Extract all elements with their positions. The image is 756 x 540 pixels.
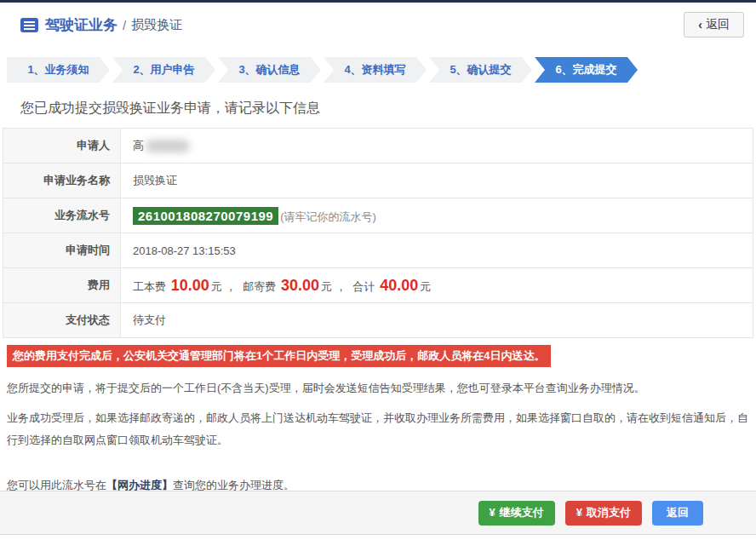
apply-time-value: 2018-08-27 13:15:53: [121, 233, 753, 268]
fee-unit2: 元: [321, 280, 332, 293]
table-row-pay-status: 支付状态 待支付: [3, 303, 753, 338]
pay-status-value: 待支付: [121, 303, 753, 338]
table-row-applicant: 申请人 高: [3, 129, 753, 164]
success-message: 您已成功提交损毁换证业务申请，请记录以下信息: [20, 100, 756, 118]
footer-action-bar: ¥继续支付 ¥取消支付 返回: [0, 491, 756, 535]
progress-text-suffix: 查询您的业务办理进度。: [173, 479, 295, 491]
notice-paragraph-1: 您所提交的申请，将于提交后的一个工作日(不含当天)受理，届时会发送短信告知受理结…: [7, 377, 749, 399]
step-2-user-declaration[interactable]: 2、用户申告: [112, 57, 215, 83]
applicant-value: 高: [121, 129, 753, 164]
fee-separator1: ，: [226, 280, 237, 293]
table-row-business-name: 申请业务名称 损毁换证: [3, 164, 753, 198]
wizard-steps: 1、业务须知 2、用户申告 3、确认信息 4、资料填写 5、确认提交 6、完成提…: [7, 57, 756, 83]
redacted-name-blur: [146, 140, 190, 152]
fee-value-cell: 工本费 10.00元， 邮寄费 30.00元， 合计 40.00元: [121, 268, 753, 303]
breadcrumb-current: 损毁换证: [131, 17, 182, 33]
progress-menu-reference: 【网办进度】: [106, 479, 173, 491]
apply-time-label: 申请时间: [3, 233, 121, 268]
step-4-fill-data[interactable]: 4、资料填写: [324, 57, 427, 83]
business-name-value: 损毁换证: [121, 164, 753, 198]
table-row-fee: 费用 工本费 10.00元， 邮寄费 30.00元， 合计 40.00元: [3, 268, 753, 303]
cancel-payment-button[interactable]: ¥取消支付: [565, 501, 642, 526]
continue-payment-button[interactable]: ¥继续支付: [478, 501, 555, 526]
back-button[interactable]: ‹返回: [684, 12, 744, 37]
fee-item1-amount: 10.00: [171, 277, 209, 294]
document-list-icon: [20, 18, 38, 32]
step-5-confirm-submit[interactable]: 5、确认提交: [429, 57, 532, 83]
fee-separator2: ，: [335, 280, 346, 293]
return-button-label: 返回: [667, 506, 689, 519]
serial-number-badge: 261001808270079199: [133, 207, 278, 225]
serial-note: (请牢记你的流水号): [280, 210, 376, 223]
step-6-complete-submit[interactable]: 6、完成提交: [535, 57, 638, 83]
yen-icon: ¥: [490, 506, 495, 519]
fee-total-amount: 40.00: [380, 277, 418, 294]
fee-item1-label: 工本费: [133, 280, 166, 293]
breadcrumb-category: 驾驶证业务: [45, 15, 117, 35]
back-button-label: 返回: [706, 17, 730, 32]
fee-unit3: 元: [420, 280, 431, 293]
table-row-serial: 业务流水号 261001808270079199(请牢记你的流水号): [3, 198, 753, 233]
chevron-left-icon: ‹: [698, 18, 702, 32]
yen-icon: ¥: [576, 506, 582, 519]
applicant-name: 高: [133, 139, 144, 152]
cancel-payment-label: 取消支付: [587, 506, 631, 519]
pay-status-label: 支付状态: [3, 303, 121, 338]
breadcrumb-separator: /: [123, 18, 126, 32]
application-info-table: 申请人 高 申请业务名称 损毁换证 业务流水号 2610018082700791…: [3, 128, 753, 338]
fee-item2-amount: 30.00: [281, 277, 319, 294]
fee-item2-label: 邮寄费: [243, 280, 276, 293]
table-row-apply-time: 申请时间 2018-08-27 13:15:53: [3, 233, 753, 268]
fee-total-label: 合计: [353, 280, 375, 293]
notice-paragraph-2: 业务成功受理后，如果选择邮政寄递的，邮政人员将上门送达机动车驾驶证，并收取办理业…: [7, 407, 749, 451]
page: 驾驶证业务 / 损毁换证 ‹返回 1、业务须知 2、用户申告 3、确认信息 4、…: [0, 0, 756, 540]
return-button[interactable]: 返回: [652, 501, 703, 526]
payment-warning-banner: 您的费用支付完成后，公安机关交通管理部门将在1个工作日内受理，受理成功后，邮政人…: [7, 345, 551, 367]
progress-text-prefix: 您可以用此流水号在: [7, 479, 106, 491]
serial-label: 业务流水号: [3, 198, 121, 233]
step-1-business-notice[interactable]: 1、业务须知: [7, 57, 110, 83]
serial-value-cell: 261001808270079199(请牢记你的流水号): [121, 198, 753, 233]
page-header: 驾驶证业务 / 损毁换证 ‹返回: [0, 3, 756, 47]
continue-payment-label: 继续支付: [500, 506, 544, 519]
fee-label: 费用: [3, 268, 121, 303]
step-3-confirm-info[interactable]: 3、确认信息: [218, 57, 321, 83]
applicant-label: 申请人: [3, 129, 121, 164]
fee-unit1: 元: [211, 280, 222, 293]
business-name-label: 申请业务名称: [3, 164, 121, 198]
